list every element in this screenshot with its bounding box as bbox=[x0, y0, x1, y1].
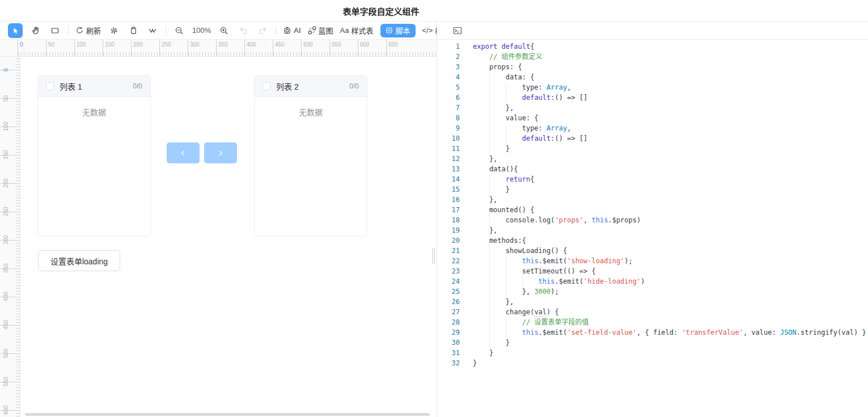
canvas-horizontal-scrollbar[interactable] bbox=[25, 413, 430, 416]
redo-icon bbox=[258, 26, 268, 35]
clipboard-button[interactable] bbox=[127, 24, 139, 37]
code-line[interactable]: 13 data(){ bbox=[437, 164, 868, 174]
move-left-button[interactable] bbox=[167, 142, 200, 163]
code-line[interactable]: 4 data: { bbox=[437, 72, 868, 82]
script-tab-button[interactable]: 脚本 bbox=[380, 24, 416, 37]
line-number: 5 bbox=[437, 82, 460, 92]
code-line[interactable]: 8 value: { bbox=[437, 113, 868, 123]
title-bar: 表单字段自定义组件 bbox=[0, 0, 868, 22]
code-line[interactable]: 2 // 组件参数定义 bbox=[437, 52, 868, 62]
code-line[interactable]: 9 type: Array, bbox=[437, 123, 868, 133]
code-line[interactable]: 32} bbox=[437, 358, 868, 368]
code-line[interactable]: 7 }, bbox=[437, 103, 868, 113]
code-line[interactable]: 10 default:() => [] bbox=[437, 133, 868, 144]
transfer-panel-source[interactable]: 列表 1 0/0 无数据 bbox=[37, 75, 151, 237]
terminal-icon[interactable] bbox=[453, 26, 462, 35]
code-line[interactable]: 6 default:() => [] bbox=[437, 92, 868, 103]
move-right-button[interactable] bbox=[204, 142, 237, 163]
code-line[interactable]: 15 } bbox=[437, 184, 868, 195]
editor-header bbox=[437, 22, 868, 40]
code-line[interactable]: 16 }, bbox=[437, 195, 868, 205]
ruler-label: 500 bbox=[2, 342, 9, 365]
pane-resize-handle[interactable] bbox=[433, 248, 436, 264]
code-line[interactable]: 26 }, bbox=[437, 297, 868, 307]
ai-icon bbox=[283, 26, 291, 35]
line-number: 10 bbox=[437, 133, 460, 144]
settings-button[interactable] bbox=[108, 24, 120, 37]
indent-guide bbox=[489, 276, 490, 287]
line-number: 11 bbox=[437, 144, 460, 154]
zoom-level[interactable]: 100% bbox=[192, 26, 211, 35]
select-tool-button[interactable] bbox=[8, 23, 23, 38]
toolbar-separator bbox=[68, 26, 69, 35]
line-number: 6 bbox=[437, 92, 460, 103]
transfer-panel-count: 0/0 bbox=[349, 82, 359, 90]
ruler-label: 450 bbox=[275, 41, 285, 48]
stylesheet-button[interactable]: Aa 样式表 bbox=[340, 25, 374, 36]
code-line[interactable]: 12 }, bbox=[437, 154, 868, 164]
line-number: 17 bbox=[437, 205, 460, 215]
line-number: 13 bbox=[437, 164, 460, 174]
line-number: 15 bbox=[437, 184, 460, 195]
code-line[interactable]: 24 this.$emit('hide-loading') bbox=[437, 276, 868, 287]
code-line[interactable]: 11 } bbox=[437, 144, 868, 154]
undo-button[interactable] bbox=[237, 24, 249, 37]
indent-guide bbox=[489, 123, 490, 133]
select-all-checkbox[interactable] bbox=[262, 82, 270, 90]
code-line[interactable]: 14 return{ bbox=[437, 174, 868, 184]
code-brackets-icon: </> bbox=[422, 26, 433, 35]
code-line[interactable]: 19 }, bbox=[437, 225, 868, 235]
indent-guide bbox=[506, 317, 506, 327]
code-line[interactable]: 1export default{ bbox=[437, 41, 868, 52]
ruler-label: 450 bbox=[2, 314, 9, 336]
ruler-label: 100 bbox=[77, 41, 86, 48]
toolbar-separator bbox=[276, 26, 276, 35]
blueprint-label: 蓝图 bbox=[319, 25, 333, 36]
line-number: 28 bbox=[437, 317, 460, 327]
refresh-button[interactable]: 刷新 bbox=[75, 25, 101, 36]
code-line[interactable]: 3 props: { bbox=[437, 62, 868, 72]
zoom-out-button[interactable] bbox=[173, 24, 185, 37]
code-line[interactable]: 25 }, 3000); bbox=[437, 287, 868, 297]
indent-guide bbox=[506, 287, 506, 297]
select-all-checkbox[interactable] bbox=[46, 82, 54, 90]
line-number: 7 bbox=[437, 103, 460, 113]
indent-guide bbox=[522, 276, 523, 287]
line-number: 8 bbox=[437, 113, 460, 123]
code-line[interactable]: 28 // 设置表单字段的值 bbox=[437, 317, 868, 327]
ai-button[interactable]: AI bbox=[283, 26, 300, 35]
skew-tool-button[interactable] bbox=[146, 24, 159, 37]
code-line[interactable]: 5 type: Array, bbox=[437, 82, 868, 92]
line-number: 27 bbox=[437, 307, 460, 317]
code-line[interactable]: 27 change(val) { bbox=[437, 307, 868, 317]
code-line[interactable]: 21 showLoading() { bbox=[437, 246, 868, 256]
line-number: 24 bbox=[437, 276, 460, 287]
code-line[interactable]: 31 } bbox=[437, 348, 868, 358]
pan-tool-button[interactable] bbox=[29, 24, 42, 37]
transfer-panel-target[interactable]: 列表 2 0/0 无数据 bbox=[254, 75, 367, 237]
code-line[interactable]: 22 this.$emit('show-loading'); bbox=[437, 256, 868, 266]
redo-button[interactable] bbox=[256, 24, 269, 37]
indent-guide bbox=[489, 82, 490, 92]
code-line[interactable]: 30 } bbox=[437, 338, 868, 348]
code-line[interactable]: 29 this.$emit('set-field-value', { field… bbox=[437, 327, 868, 338]
line-number: 30 bbox=[437, 338, 460, 348]
zoom-in-icon bbox=[219, 26, 228, 35]
code-line[interactable]: 17 mounted() { bbox=[437, 205, 868, 215]
code-line[interactable]: 18 console.log('props', this.$props) bbox=[437, 215, 868, 225]
line-number: 4 bbox=[437, 72, 460, 82]
ruler-label: 400 bbox=[2, 285, 9, 308]
rectangle-icon bbox=[50, 26, 60, 35]
blueprint-button[interactable]: 蓝图 bbox=[308, 25, 333, 36]
ruler-label: 350 bbox=[2, 257, 9, 280]
code-editor[interactable]: 1export default{2 // 组件参数定义3 props: {4 d… bbox=[437, 40, 868, 415]
set-form-loading-button[interactable]: 设置表单loading bbox=[38, 250, 120, 271]
zoom-in-button[interactable] bbox=[218, 24, 230, 37]
code-line[interactable]: 23 setTimeout(() => { bbox=[437, 266, 868, 276]
indent-guide bbox=[506, 327, 506, 338]
indent-guide bbox=[489, 246, 490, 256]
chevron-right-icon bbox=[217, 150, 224, 157]
code-line[interactable]: 20 methods:{ bbox=[437, 235, 868, 246]
indent-guide bbox=[489, 297, 490, 307]
marquee-tool-button[interactable] bbox=[49, 24, 61, 37]
